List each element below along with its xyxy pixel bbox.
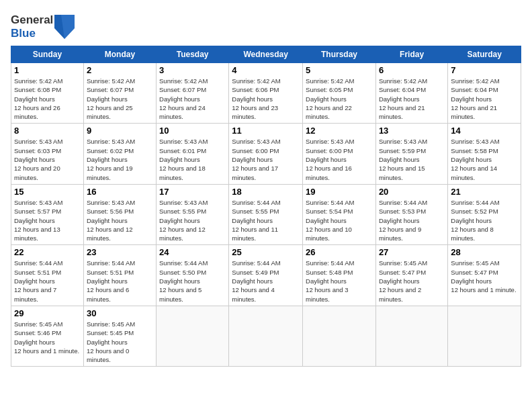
cell-info: Sunrise: 5:44 AMSunset: 5:52 PMDaylight … <box>451 199 499 242</box>
calendar-cell: 18 Sunrise: 5:44 AMSunset: 5:55 PMDaylig… <box>229 184 303 244</box>
calendar-cell: 19 Sunrise: 5:44 AMSunset: 5:54 PMDaylig… <box>303 184 376 244</box>
calendar-cell: 14 Sunrise: 5:43 AMSunset: 5:58 PMDaylig… <box>448 124 521 184</box>
calendar-cell: 11 Sunrise: 5:43 AMSunset: 6:00 PMDaylig… <box>229 124 303 184</box>
calendar-cell: 13 Sunrise: 5:43 AMSunset: 5:59 PMDaylig… <box>375 124 447 184</box>
cell-info: Sunrise: 5:44 AMSunset: 5:51 PMDaylight … <box>14 259 62 302</box>
date-number: 17 <box>159 187 226 197</box>
calendar-cell: 7 Sunrise: 5:42 AMSunset: 6:04 PMDayligh… <box>448 63 521 124</box>
date-number: 9 <box>87 126 153 136</box>
cell-info: Sunrise: 5:45 AMSunset: 5:45 PMDaylight … <box>87 320 135 363</box>
date-number: 15 <box>14 187 81 197</box>
day-header-sunday: Sunday <box>11 46 84 63</box>
calendar-cell: 4 Sunrise: 5:42 AMSunset: 6:06 PMDayligh… <box>229 63 303 124</box>
calendar-cell: 24 Sunrise: 5:44 AMSunset: 5:50 PMDaylig… <box>157 245 229 306</box>
calendar-cell: 17 Sunrise: 5:43 AMSunset: 5:55 PMDaylig… <box>157 184 229 244</box>
cell-info: Sunrise: 5:43 AMSunset: 5:59 PMDaylight … <box>379 138 427 181</box>
calendar-cell: 23 Sunrise: 5:44 AMSunset: 5:51 PMDaylig… <box>83 245 156 306</box>
date-number: 22 <box>14 247 81 257</box>
calendar-row-0: 1 Sunrise: 5:42 AMSunset: 6:08 PMDayligh… <box>11 63 521 124</box>
calendar-cell: 29 Sunrise: 5:45 AMSunset: 5:46 PMDaylig… <box>11 306 84 366</box>
cell-info: Sunrise: 5:44 AMSunset: 5:49 PMDaylight … <box>232 259 280 302</box>
cell-info: Sunrise: 5:43 AMSunset: 6:02 PMDaylight … <box>87 138 135 181</box>
date-number: 1 <box>14 65 81 75</box>
calendar-row-3: 22 Sunrise: 5:44 AMSunset: 5:51 PMDaylig… <box>11 245 521 306</box>
calendar-cell: 30 Sunrise: 5:45 AMSunset: 5:45 PMDaylig… <box>83 306 156 366</box>
date-number: 18 <box>232 187 300 197</box>
calendar-cell <box>157 306 229 366</box>
cell-info: Sunrise: 5:44 AMSunset: 5:51 PMDaylight … <box>87 259 135 302</box>
calendar-cell <box>229 306 303 366</box>
day-header-friday: Friday <box>375 46 447 63</box>
date-number: 29 <box>14 308 81 318</box>
calendar-cell: 9 Sunrise: 5:43 AMSunset: 6:02 PMDayligh… <box>83 124 156 184</box>
date-number: 8 <box>14 126 81 136</box>
date-number: 11 <box>232 126 300 136</box>
calendar-cell: 25 Sunrise: 5:44 AMSunset: 5:49 PMDaylig… <box>229 245 303 306</box>
cell-info: Sunrise: 5:44 AMSunset: 5:48 PMDaylight … <box>306 259 354 302</box>
calendar-cell: 21 Sunrise: 5:44 AMSunset: 5:52 PMDaylig… <box>448 184 521 244</box>
day-header-row: SundayMondayTuesdayWednesdayThursdayFrid… <box>11 46 521 63</box>
calendar-cell: 6 Sunrise: 5:42 AMSunset: 6:04 PMDayligh… <box>375 63 447 124</box>
cell-info: Sunrise: 5:43 AMSunset: 5:58 PMDaylight … <box>451 138 499 181</box>
calendar-row-1: 8 Sunrise: 5:43 AMSunset: 6:03 PMDayligh… <box>11 124 521 184</box>
date-number: 10 <box>159 126 226 136</box>
logo: General Blue <box>11 13 75 40</box>
cell-info: Sunrise: 5:45 AMSunset: 5:46 PMDaylight … <box>14 320 79 355</box>
cell-info: Sunrise: 5:42 AMSunset: 6:04 PMDaylight … <box>451 77 499 120</box>
date-number: 12 <box>306 126 373 136</box>
day-header-tuesday: Tuesday <box>157 46 229 63</box>
cell-info: Sunrise: 5:43 AMSunset: 6:03 PMDaylight … <box>14 138 62 181</box>
calendar-table: SundayMondayTuesdayWednesdayThursdayFrid… <box>11 46 521 367</box>
cell-info: Sunrise: 5:43 AMSunset: 5:56 PMDaylight … <box>87 199 135 242</box>
logo-icon <box>54 15 75 39</box>
calendar-cell <box>375 306 447 366</box>
date-number: 4 <box>232 65 300 75</box>
calendar-row-4: 29 Sunrise: 5:45 AMSunset: 5:46 PMDaylig… <box>11 306 521 366</box>
calendar-cell: 15 Sunrise: 5:43 AMSunset: 5:57 PMDaylig… <box>11 184 84 244</box>
calendar-cell: 10 Sunrise: 5:43 AMSunset: 6:01 PMDaylig… <box>157 124 229 184</box>
date-number: 21 <box>451 187 518 197</box>
calendar-cell <box>448 306 521 366</box>
day-header-wednesday: Wednesday <box>229 46 303 63</box>
cell-info: Sunrise: 5:45 AMSunset: 5:47 PMDaylight … <box>379 259 427 302</box>
day-header-saturday: Saturday <box>448 46 521 63</box>
date-number: 30 <box>87 308 153 318</box>
calendar-cell: 8 Sunrise: 5:43 AMSunset: 6:03 PMDayligh… <box>11 124 84 184</box>
cell-info: Sunrise: 5:45 AMSunset: 5:47 PMDaylight … <box>451 259 516 293</box>
cell-info: Sunrise: 5:43 AMSunset: 6:01 PMDaylight … <box>159 138 208 181</box>
cell-info: Sunrise: 5:44 AMSunset: 5:54 PMDaylight … <box>306 199 354 242</box>
date-number: 16 <box>87 187 153 197</box>
date-number: 5 <box>306 65 373 75</box>
cell-info: Sunrise: 5:42 AMSunset: 6:07 PMDaylight … <box>159 77 208 120</box>
date-number: 14 <box>451 126 518 136</box>
date-number: 28 <box>451 247 518 257</box>
calendar-cell: 20 Sunrise: 5:44 AMSunset: 5:53 PMDaylig… <box>375 184 447 244</box>
date-number: 26 <box>306 247 373 257</box>
date-number: 2 <box>87 65 153 75</box>
date-number: 23 <box>87 247 153 257</box>
cell-info: Sunrise: 5:44 AMSunset: 5:53 PMDaylight … <box>379 199 427 242</box>
calendar-cell: 28 Sunrise: 5:45 AMSunset: 5:47 PMDaylig… <box>448 245 521 306</box>
calendar-cell: 22 Sunrise: 5:44 AMSunset: 5:51 PMDaylig… <box>11 245 84 306</box>
day-header-monday: Monday <box>83 46 156 63</box>
cell-info: Sunrise: 5:42 AMSunset: 6:07 PMDaylight … <box>87 77 135 120</box>
cell-info: Sunrise: 5:43 AMSunset: 5:55 PMDaylight … <box>159 199 208 242</box>
calendar-cell: 2 Sunrise: 5:42 AMSunset: 6:07 PMDayligh… <box>83 63 156 124</box>
calendar-cell: 12 Sunrise: 5:43 AMSunset: 6:00 PMDaylig… <box>303 124 376 184</box>
cell-info: Sunrise: 5:42 AMSunset: 6:05 PMDaylight … <box>306 77 354 120</box>
logo-text: General <box>11 13 53 27</box>
date-number: 13 <box>379 126 445 136</box>
cell-info: Sunrise: 5:42 AMSunset: 6:08 PMDaylight … <box>14 77 62 120</box>
cell-info: Sunrise: 5:42 AMSunset: 6:06 PMDaylight … <box>232 77 280 120</box>
cell-info: Sunrise: 5:43 AMSunset: 6:00 PMDaylight … <box>232 138 280 181</box>
day-header-thursday: Thursday <box>303 46 376 63</box>
date-number: 20 <box>379 187 445 197</box>
logo-blue-text: Blue <box>11 27 53 40</box>
calendar-cell: 26 Sunrise: 5:44 AMSunset: 5:48 PMDaylig… <box>303 245 376 306</box>
date-number: 19 <box>306 187 373 197</box>
calendar-cell: 5 Sunrise: 5:42 AMSunset: 6:05 PMDayligh… <box>303 63 376 124</box>
calendar-cell: 1 Sunrise: 5:42 AMSunset: 6:08 PMDayligh… <box>11 63 84 124</box>
header: General Blue <box>11 11 521 40</box>
calendar-cell: 16 Sunrise: 5:43 AMSunset: 5:56 PMDaylig… <box>83 184 156 244</box>
cell-info: Sunrise: 5:43 AMSunset: 6:00 PMDaylight … <box>306 138 354 181</box>
